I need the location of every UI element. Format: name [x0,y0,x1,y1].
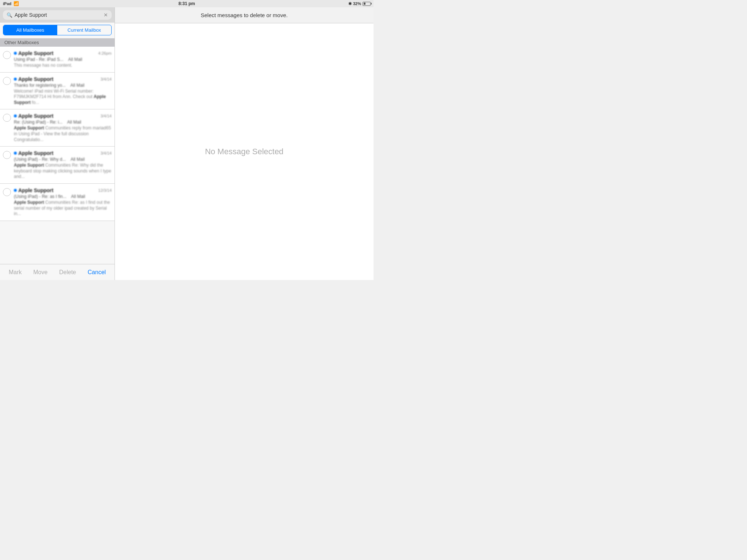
mail-preview: Apple Support Communities Re: as I find … [14,200,112,217]
bottom-toolbar: Mark Move Delete Cancel [0,264,115,280]
move-button[interactable]: Move [29,266,52,279]
list-item[interactable]: Apple Support 3/4/14 Thanks for register… [0,73,115,110]
mail-header-row: Apple Support 3/4/14 [14,113,112,119]
mail-select-radio[interactable] [3,188,11,196]
mail-time: 12/3/14 [98,188,112,192]
list-item[interactable]: Apple Support 3/4/14 (Using iPad) - Re: … [0,147,115,184]
search-clear-button[interactable]: ✕ [104,12,108,18]
unread-dot [14,52,17,55]
mail-select-radio[interactable] [3,114,11,122]
mail-content: Apple Support 3/4/14 (Using iPad) - Re: … [14,150,112,180]
mail-header-row: Apple Support 4:26pm [14,50,112,56]
mail-time: 3/4/14 [100,114,112,118]
mail-time: 3/4/14 [100,77,112,81]
unread-dot [14,152,17,155]
status-left: iPad 📶 [3,1,19,6]
search-icon: 🔍 [7,12,12,18]
search-input-text[interactable]: Apple Support [15,12,101,18]
mail-content: Apple Support 3/4/14 Thanks for register… [14,76,112,106]
unread-dot [14,189,17,192]
mail-content: Apple Support 3/4/14 Re: (Using iPad) - … [14,113,112,143]
mail-preview: This message has no content. [14,63,112,69]
mail-content: Apple Support 4:26pm Using iPad - Re: iP… [14,50,112,69]
search-input-wrapper[interactable]: 🔍 Apple Support ✕ [3,10,112,20]
mail-time: 3/4/14 [100,151,112,155]
mail-sender: Apple Support [18,150,53,156]
battery-indicator [363,2,371,6]
mail-sender-row: Apple Support [14,187,53,193]
mail-header-row: Apple Support 3/4/14 [14,76,112,82]
section-header: Other Mailboxes [0,38,115,47]
mail-sender: Apple Support [18,113,53,119]
bluetooth-icon: ✱ [348,1,352,6]
battery-percent: 32% [353,1,361,6]
status-right: ✱ 32% [348,1,371,6]
mail-sender-row: Apple Support [14,76,53,82]
mail-sender: Apple Support [18,76,53,82]
mail-list: Apple Support 4:26pm Using iPad - Re: iP… [0,47,115,264]
mail-time: 4:26pm [98,51,112,55]
mailbox-segmented-control[interactable]: All Mailboxes Current Mailbox [3,25,112,35]
main-layout: 🔍 Apple Support ✕ All Mailboxes Current … [0,7,374,280]
all-mailboxes-tab[interactable]: All Mailboxes [3,25,57,35]
unread-dot [14,114,17,117]
list-item[interactable]: Apple Support 4:26pm Using iPad - Re: iP… [0,47,115,73]
right-header-text: Select messages to delete or move. [201,12,287,18]
mail-select-radio[interactable] [3,151,11,159]
mail-content: Apple Support 12/3/14 (Using iPad) - Re:… [14,187,112,217]
right-header: Select messages to delete or move. [115,7,374,23]
right-panel: Select messages to delete or move. No Me… [115,7,374,280]
mail-preview: Apple Support Communities reply from mar… [14,125,112,143]
list-item[interactable]: Apple Support 12/3/14 (Using iPad) - Re:… [0,184,115,221]
list-item[interactable]: Apple Support 3/4/14 Re: (Using iPad) - … [0,109,115,147]
mail-preview: Apple Support Communities Re: Why did th… [14,163,112,180]
device-label: iPad [3,1,11,6]
delete-button[interactable]: Delete [55,266,80,279]
unread-dot [14,78,17,81]
search-bar: 🔍 Apple Support ✕ [0,7,115,23]
mail-sender-row: Apple Support [14,50,53,56]
mark-button[interactable]: Mark [4,266,26,279]
right-content: No Message Selected [115,23,374,280]
current-mailbox-tab[interactable]: Current Mailbox [57,25,111,35]
wifi-icon: 📶 [13,1,19,6]
mail-subject: Thanks for registering yo... All Mail [14,83,112,88]
mail-subject: Using iPad - Re: iPad S... All Mail [14,57,112,62]
mail-sender-row: Apple Support [14,113,53,119]
mail-subject: (Using iPad) - Re: Why d... All Mail [14,157,112,162]
no-message-label: No Message Selected [205,147,283,156]
mail-subject: Re: (Using iPad) - Re: i... All Mail [14,120,112,125]
battery-fill [364,3,365,5]
status-bar: iPad 📶 8:31 pm ✱ 32% [0,0,374,7]
mail-sender: Apple Support [18,50,53,56]
mail-sender-row: Apple Support [14,150,53,156]
mail-header-row: Apple Support 3/4/14 [14,150,112,156]
mail-select-radio[interactable] [3,51,11,59]
mail-sender: Apple Support [18,187,53,193]
status-time: 8:31 pm [178,1,195,6]
cancel-button[interactable]: Cancel [83,266,110,279]
mail-subject: (Using iPad) - Re: as I fin... All Mail [14,194,112,199]
mail-header-row: Apple Support 12/3/14 [14,187,112,193]
mail-select-radio[interactable] [3,77,11,85]
battery-bar [363,2,371,6]
mail-preview: Welcome! iPad mini Wi-Fi Serial number: … [14,89,112,106]
left-panel: 🔍 Apple Support ✕ All Mailboxes Current … [0,7,115,280]
